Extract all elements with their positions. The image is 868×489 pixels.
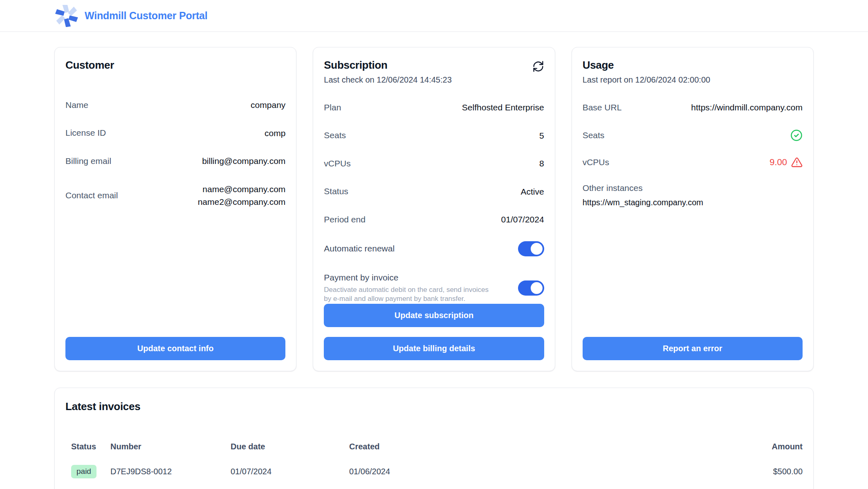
license-id-label: License ID bbox=[65, 128, 106, 138]
page-title: Windmill Customer Portal bbox=[85, 10, 208, 22]
top-header: Windmill Customer Portal bbox=[0, 0, 868, 32]
period-end-label: Period end bbox=[324, 215, 366, 224]
col-amount: Amount bbox=[717, 442, 803, 451]
status-badge: paid bbox=[71, 465, 96, 478]
usage-vcpus-value: 9.00 bbox=[769, 157, 787, 168]
contact-email-row: Contact email name@company.com name2@com… bbox=[65, 183, 285, 209]
refresh-icon[interactable] bbox=[532, 61, 544, 72]
toggle-knob bbox=[531, 243, 543, 255]
usage-vcpus-label: vCPUs bbox=[583, 157, 609, 167]
seats-row: Seats 5 bbox=[324, 129, 544, 142]
status-row: Status Active bbox=[324, 185, 544, 198]
contact-email-label: Contact email bbox=[65, 191, 118, 200]
other-instances-row: Other instances https://wm_staging.compa… bbox=[583, 183, 803, 207]
base-url-label: Base URL bbox=[583, 103, 622, 112]
name-label: Name bbox=[65, 100, 88, 110]
col-due-date: Due date bbox=[231, 442, 349, 451]
usage-last-report: Last report on 12/06/2024 02:00:00 bbox=[583, 75, 803, 85]
billing-email-label: Billing email bbox=[65, 156, 111, 166]
alert-triangle-icon bbox=[791, 157, 803, 168]
plan-label: Plan bbox=[324, 103, 341, 112]
invoices-table: Status Number Due date Created Amount pa… bbox=[65, 434, 803, 489]
plan-row: Plan Selfhosted Enterprise bbox=[324, 101, 544, 114]
col-number: Number bbox=[110, 442, 231, 451]
billing-email-value: billing@company.com bbox=[202, 155, 285, 168]
payment-by-invoice-row: Payment by invoice Deactivate automatic … bbox=[324, 273, 544, 304]
status-value: Active bbox=[520, 185, 544, 198]
customer-name-row: Name company bbox=[65, 99, 285, 112]
latest-invoices-title: Latest invoices bbox=[65, 400, 803, 413]
usage-card: Usage Last report on 12/06/2024 02:00:00… bbox=[572, 47, 814, 371]
base-url-value: https://windmill.company.com bbox=[691, 101, 803, 114]
invoice-row: paid D7EJ9DS8-0011 31/05/2024 01/05/2024… bbox=[65, 484, 803, 489]
base-url-row: Base URL https://windmill.company.com bbox=[583, 101, 803, 114]
name-value: company bbox=[251, 99, 285, 112]
period-end-row: Period end 01/07/2024 bbox=[324, 213, 544, 226]
customer-card-title: Customer bbox=[65, 59, 285, 72]
contact-email-line-1: name@company.com bbox=[198, 183, 286, 196]
usage-seats-status bbox=[790, 129, 803, 141]
other-instances-value: https://wm_staging.company.com bbox=[583, 198, 803, 207]
seats-value: 5 bbox=[539, 129, 544, 142]
invoice-number: D7EJ9DS8-0012 bbox=[110, 467, 231, 476]
subscription-last-check: Last check on 12/06/2024 14:45:23 bbox=[324, 75, 451, 85]
latest-invoices-card: Latest invoices Status Number Due date C… bbox=[54, 388, 814, 489]
col-created: Created bbox=[349, 442, 717, 451]
col-status: Status bbox=[71, 442, 110, 451]
subscription-card-title: Subscription bbox=[324, 59, 451, 72]
automatic-renewal-label: Automatic renewal bbox=[324, 244, 395, 253]
usage-card-title: Usage bbox=[583, 59, 803, 72]
payment-by-invoice-label: Payment by invoice bbox=[324, 273, 398, 282]
payment-by-invoice-toggle[interactable] bbox=[518, 280, 544, 296]
update-contact-info-button[interactable]: Update contact info bbox=[65, 337, 285, 360]
toggle-knob bbox=[531, 282, 543, 294]
usage-vcpus-row: vCPUs 9.00 bbox=[583, 157, 803, 168]
usage-seats-row: Seats bbox=[583, 129, 803, 141]
period-end-value: 01/07/2024 bbox=[501, 213, 544, 226]
invoices-table-header: Status Number Due date Created Amount bbox=[65, 434, 803, 459]
license-id-row: License ID comp bbox=[65, 127, 285, 140]
usage-seats-label: Seats bbox=[583, 130, 605, 140]
vcpus-row: vCPUs 8 bbox=[324, 157, 544, 170]
subscription-card: Subscription Last check on 12/06/2024 14… bbox=[313, 47, 555, 371]
automatic-renewal-row: Automatic renewal bbox=[324, 241, 544, 256]
update-billing-details-button[interactable]: Update billing details bbox=[324, 337, 544, 360]
billing-email-row: Billing email billing@company.com bbox=[65, 155, 285, 168]
invoice-due-date: 01/07/2024 bbox=[231, 467, 349, 476]
other-instances-label: Other instances bbox=[583, 183, 643, 193]
vcpus-value: 8 bbox=[539, 157, 544, 170]
invoice-row: paid D7EJ9DS8-0012 01/07/2024 01/06/2024… bbox=[65, 459, 803, 484]
vcpus-label: vCPUs bbox=[324, 159, 350, 168]
seats-label: Seats bbox=[324, 130, 346, 140]
automatic-renewal-toggle[interactable] bbox=[518, 241, 544, 256]
license-id-value: comp bbox=[265, 127, 285, 140]
invoice-amount: $500.00 bbox=[717, 467, 803, 476]
customer-card: Customer Name company License ID comp Bi… bbox=[54, 47, 296, 371]
main-content: Customer Name company License ID comp Bi… bbox=[0, 32, 868, 489]
update-subscription-button[interactable]: Update subscription bbox=[324, 304, 544, 327]
report-an-error-button[interactable]: Report an error bbox=[583, 337, 803, 360]
check-circle-icon bbox=[790, 129, 803, 141]
contact-email-line-2: name2@company.com bbox=[198, 195, 286, 209]
status-label: Status bbox=[324, 186, 348, 196]
payment-by-invoice-description: Deactivate automatic debit on the card, … bbox=[324, 285, 496, 304]
invoice-created: 01/06/2024 bbox=[349, 467, 717, 476]
contact-email-value: name@company.com name2@company.com bbox=[198, 183, 286, 209]
plan-value: Selfhosted Enterprise bbox=[462, 101, 544, 114]
windmill-logo-icon bbox=[54, 5, 78, 27]
